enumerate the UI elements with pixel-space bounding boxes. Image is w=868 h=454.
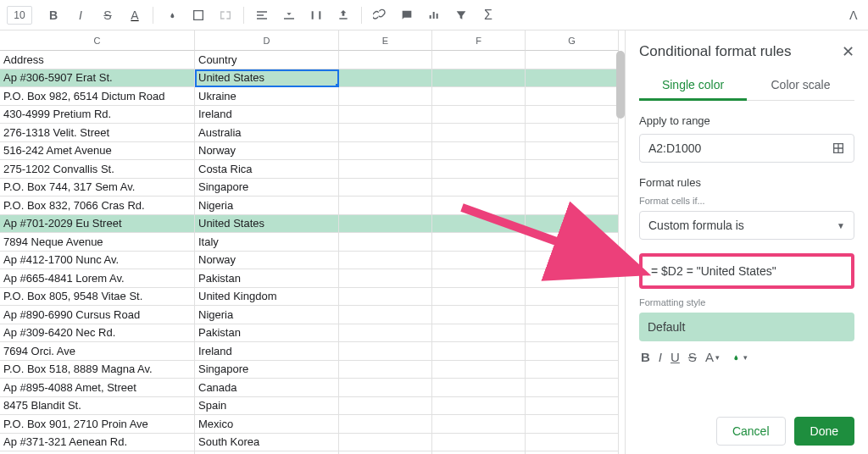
strikethrough-button[interactable]: S bbox=[97, 4, 119, 26]
cell[interactable]: Ap #895-4088 Amet, Street bbox=[0, 379, 195, 397]
done-button[interactable]: Done bbox=[794, 417, 854, 446]
cell[interactable] bbox=[526, 233, 619, 252]
style-strike-button[interactable]: S bbox=[688, 350, 697, 364]
v-align-button[interactable] bbox=[278, 4, 300, 26]
cell[interactable] bbox=[526, 124, 619, 142]
cell[interactable] bbox=[339, 215, 432, 234]
cell[interactable]: 8475 Blandit St. bbox=[0, 397, 195, 416]
cell[interactable]: P.O. Box 805, 9548 Vitae St. bbox=[0, 288, 195, 307]
cell[interactable] bbox=[432, 87, 526, 106]
cell[interactable] bbox=[339, 106, 432, 125]
cell[interactable] bbox=[526, 288, 619, 307]
cell[interactable]: Ap #890-6990 Cursus Road bbox=[0, 306, 195, 324]
cell[interactable]: Mexico bbox=[195, 415, 339, 434]
cell[interactable] bbox=[526, 142, 619, 161]
cell[interactable] bbox=[339, 415, 432, 434]
tab-single-color[interactable]: Single color bbox=[639, 73, 747, 101]
cell[interactable]: P.O. Box 518, 8889 Magna Av. bbox=[0, 361, 195, 379]
cell[interactable]: Singapore bbox=[195, 179, 339, 197]
close-icon[interactable]: ✕ bbox=[842, 42, 854, 61]
cell[interactable] bbox=[432, 342, 526, 361]
cell[interactable] bbox=[339, 197, 432, 215]
condition-select[interactable]: Custom formula is ▼ bbox=[639, 211, 854, 240]
cell[interactable] bbox=[526, 415, 619, 434]
cell[interactable] bbox=[339, 142, 432, 161]
cell[interactable]: Ireland bbox=[195, 106, 339, 125]
cell[interactable] bbox=[339, 342, 432, 361]
cell[interactable]: Ap #306-5907 Erat St. bbox=[0, 69, 195, 88]
cell[interactable] bbox=[526, 197, 619, 215]
functions-button[interactable]: Σ bbox=[477, 4, 499, 26]
cell[interactable]: 7894 Neque Avenue bbox=[0, 233, 195, 252]
cell[interactable] bbox=[432, 142, 526, 161]
cell[interactable] bbox=[339, 252, 432, 270]
link-button[interactable] bbox=[369, 4, 391, 26]
cell[interactable] bbox=[339, 434, 432, 452]
cell[interactable] bbox=[526, 361, 619, 379]
wrap-button[interactable] bbox=[305, 4, 327, 26]
formula-input[interactable]: = $D2 = "United States" bbox=[639, 253, 854, 289]
cell[interactable] bbox=[432, 324, 526, 343]
cell[interactable]: Ap #309-6420 Nec Rd. bbox=[0, 324, 195, 343]
text-color-button[interactable]: A bbox=[124, 4, 146, 26]
cell[interactable]: Ap #701-2029 Eu Street bbox=[0, 215, 195, 234]
cell[interactable] bbox=[432, 69, 526, 88]
fill-color-button[interactable] bbox=[160, 4, 182, 26]
italic-button[interactable]: I bbox=[70, 4, 92, 26]
cell[interactable]: Singapore bbox=[195, 361, 339, 379]
cell[interactable] bbox=[339, 69, 432, 88]
cell[interactable] bbox=[526, 215, 619, 234]
cell[interactable] bbox=[526, 269, 619, 288]
style-bold-button[interactable]: B bbox=[641, 350, 650, 364]
cell[interactable]: Ukraine bbox=[195, 87, 339, 106]
cell[interactable]: United States bbox=[195, 69, 339, 88]
merge-button[interactable] bbox=[214, 4, 236, 26]
cell[interactable] bbox=[339, 269, 432, 288]
cell[interactable] bbox=[432, 379, 526, 397]
cell[interactable]: Costa Rica bbox=[195, 160, 339, 179]
cell[interactable]: Country bbox=[195, 51, 339, 69]
rotate-button[interactable] bbox=[332, 4, 354, 26]
cell[interactable]: Ap #371-321 Aenean Rd. bbox=[0, 434, 195, 452]
cell[interactable] bbox=[432, 215, 526, 234]
cell[interactable] bbox=[432, 288, 526, 307]
cell[interactable]: Spain bbox=[195, 397, 339, 416]
cell[interactable] bbox=[339, 324, 432, 343]
cell[interactable]: Australia bbox=[195, 124, 339, 142]
cell[interactable] bbox=[432, 415, 526, 434]
cell[interactable] bbox=[339, 379, 432, 397]
cell[interactable] bbox=[526, 379, 619, 397]
cell[interactable] bbox=[339, 306, 432, 324]
cell[interactable] bbox=[432, 179, 526, 197]
bold-button[interactable]: B bbox=[42, 4, 64, 26]
cell[interactable] bbox=[526, 106, 619, 125]
cell[interactable] bbox=[432, 252, 526, 270]
cell[interactable] bbox=[432, 269, 526, 288]
cell[interactable] bbox=[432, 124, 526, 142]
col-header-d[interactable]: D bbox=[195, 30, 339, 51]
h-align-button[interactable] bbox=[251, 4, 273, 26]
style-text-color-button[interactable]: A▾ bbox=[705, 350, 720, 364]
cancel-button[interactable]: Cancel bbox=[716, 417, 786, 446]
cell[interactable] bbox=[432, 51, 526, 69]
cell[interactable]: 516-242 Amet Avenue bbox=[0, 142, 195, 161]
cell[interactable] bbox=[526, 87, 619, 106]
cell[interactable]: Nigeria bbox=[195, 306, 339, 324]
vertical-scrollbar[interactable] bbox=[616, 51, 625, 119]
style-preview[interactable]: Default bbox=[639, 313, 854, 341]
cell[interactable] bbox=[526, 342, 619, 361]
cell[interactable]: 276-1318 Velit. Street bbox=[0, 124, 195, 142]
cell[interactable] bbox=[339, 361, 432, 379]
cell[interactable] bbox=[432, 397, 526, 416]
cell[interactable] bbox=[432, 434, 526, 452]
cell[interactable]: Ap #412-1700 Nunc Av. bbox=[0, 252, 195, 270]
cell[interactable] bbox=[526, 51, 619, 69]
tab-color-scale[interactable]: Color scale bbox=[747, 73, 854, 100]
cell[interactable] bbox=[339, 179, 432, 197]
cell[interactable] bbox=[526, 179, 619, 197]
col-header-c[interactable]: C bbox=[0, 30, 195, 51]
cell[interactable] bbox=[432, 197, 526, 215]
cell[interactable] bbox=[339, 87, 432, 106]
comment-button[interactable] bbox=[396, 4, 418, 26]
filter-button[interactable] bbox=[450, 4, 472, 26]
